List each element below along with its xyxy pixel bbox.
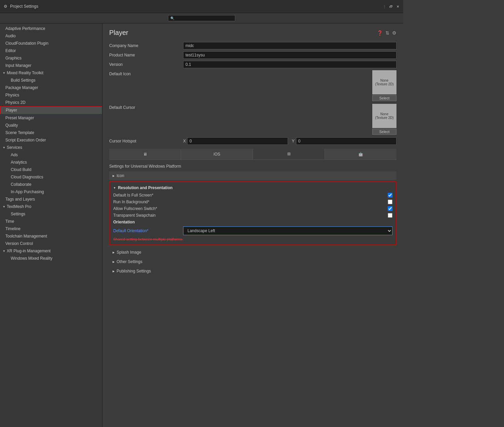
product-name-input[interactable] [183, 51, 396, 59]
sidebar-item-physics[interactable]: Physics [0, 91, 102, 99]
help-icon[interactable]: ❓ [377, 30, 383, 36]
settings-for-label: Settings for Universal Windows Platform [109, 164, 396, 169]
allow-fullscreen-checkbox[interactable] [388, 206, 392, 211]
sidebar-item-physics-2d[interactable]: Physics 2D [0, 99, 102, 106]
resolution-title: ▼ Resolution and Presentation [113, 185, 392, 190]
sidebar-item-toolchain-management[interactable]: Toolchain Management [0, 232, 102, 240]
company-name-label: Company Name [109, 43, 183, 48]
sidebar-item-player[interactable]: Player [0, 106, 102, 114]
ios-label: iOS [213, 152, 220, 157]
sidebar-item-preset-manager[interactable]: Preset Manager [0, 114, 102, 122]
title-bar-controls: ⋮ 🗗 ✕ [382, 4, 401, 9]
company-name-row: Company Name [109, 42, 396, 49]
platform-tab-desktop[interactable]: 🖥 [109, 149, 181, 160]
sidebar-item-build-settings[interactable]: Build Settings [0, 77, 102, 84]
sidebar-item-version-control[interactable]: Version Control [0, 240, 102, 247]
default-cursor-type-text: (Texture 2D) [375, 116, 393, 120]
sidebar-item-scene-template[interactable]: Scene Template [0, 129, 102, 136]
default-fullscreen-row: Default Is Full Screen* [113, 193, 392, 198]
sidebar-item-ads[interactable]: Ads [0, 151, 102, 159]
sidebar-item-textmesh-label: TextMesh Pro [7, 204, 31, 209]
transparent-swapchain-label: Transparent Swapchain [113, 213, 385, 218]
sidebar-group-textmesh-pro[interactable]: ▼ TextMesh Pro [0, 203, 102, 210]
splash-image-header[interactable]: ▶ Splash Image [109, 248, 396, 257]
default-orientation-label: Default Orientation* [113, 228, 180, 233]
company-name-input[interactable] [183, 42, 396, 49]
publishing-settings-header[interactable]: ▶ Publishing Settings [109, 267, 396, 275]
sidebar-item-input-manager[interactable]: Input Manager [0, 62, 102, 69]
allow-fullscreen-row: Allow Fullscreen Switch* [113, 206, 392, 211]
sidebar-item-editor[interactable]: Editor [0, 47, 102, 54]
sidebar-item-cloud-build[interactable]: Cloud Build [0, 166, 102, 173]
icon-section-triangle: ▶ [113, 174, 115, 177]
expand-triangle-mixed-reality: ▼ [3, 72, 5, 75]
transparent-swapchain-checkbox[interactable] [388, 213, 392, 218]
sidebar-item-tags-and-layers[interactable]: Tags and Layers [0, 196, 102, 203]
sidebar-item-in-app-purchasing[interactable]: In-App Purchasing [0, 188, 102, 196]
player-header: Player ❓ ⇅ ⚙ [109, 29, 396, 37]
default-cursor-label: Default Cursor [109, 104, 183, 110]
sidebar-item-collaborate[interactable]: Collaborate [0, 181, 102, 188]
hotspot-y-group: Y [292, 137, 397, 145]
icon-section-header[interactable]: ▶ Icon [109, 171, 396, 180]
settings-icon: ⚙ [3, 4, 8, 9]
close-btn[interactable]: ✕ [395, 4, 401, 9]
default-icon-none-text: None [380, 79, 388, 82]
hotspot-y-label: Y [292, 139, 295, 143]
sidebar-item-script-execution-order[interactable]: Script Execution Order [0, 136, 102, 144]
version-row: Version [109, 61, 396, 68]
default-fullscreen-label: Default Is Full Screen* [113, 193, 385, 198]
sidebar-item-quality[interactable]: Quality [0, 122, 102, 129]
other-settings-header[interactable]: ▶ Other Settings [109, 257, 396, 266]
sidebar-group-services[interactable]: ▼ Services [0, 144, 102, 151]
expand-triangle-services: ▼ [3, 146, 5, 149]
allow-fullscreen-label: Allow Fullscreen Switch* [113, 206, 385, 211]
restore-btn[interactable]: 🗗 [388, 4, 394, 9]
sidebar-item-analytics[interactable]: Analytics [0, 159, 102, 166]
sidebar: Adaptive Performance Audio CloudFoundati… [0, 24, 102, 427]
gear-icon[interactable]: ⚙ [392, 30, 396, 36]
publishing-settings-triangle: ▶ [113, 270, 115, 273]
version-input[interactable] [183, 61, 396, 68]
sidebar-item-graphics[interactable]: Graphics [0, 54, 102, 62]
default-icon-type-text: (Texture 2D) [375, 82, 393, 86]
sidebar-group-mixed-reality[interactable]: ▼ Mixed Reality Toolkit [0, 69, 102, 77]
sidebar-item-settings[interactable]: Settings [0, 210, 102, 218]
run-in-background-label: Run In Background* [113, 200, 385, 204]
platform-tab-windows[interactable]: ⊞ [253, 149, 325, 160]
main-layout: Adaptive Performance Audio CloudFoundati… [0, 24, 403, 427]
menu-btn[interactable]: ⋮ [382, 4, 387, 9]
sidebar-item-audio[interactable]: Audio [0, 32, 102, 40]
hotspot-x-input[interactable] [187, 137, 288, 145]
icon-section-label: Icon [117, 173, 124, 178]
sidebar-item-timeline[interactable]: Timeline [0, 225, 102, 232]
default-cursor-none-text: None [380, 112, 388, 116]
default-fullscreen-checkbox[interactable] [388, 193, 392, 198]
sidebar-item-windows-mixed-reality[interactable]: Windows Mixed Reality [0, 255, 102, 262]
sidebar-item-cloud-diagnostics[interactable]: Cloud Diagnostics [0, 173, 102, 181]
search-icon: 🔍 [170, 16, 174, 20]
default-icon-select-btn[interactable]: Select [372, 95, 396, 101]
sidebar-item-cloudfoundation[interactable]: CloudFoundation Plugin [0, 40, 102, 47]
layout-icon[interactable]: ⇅ [385, 30, 389, 36]
default-orientation-select[interactable]: Landscape Left Portrait Portrait Upside … [183, 226, 392, 235]
search-input[interactable] [176, 16, 229, 20]
expand-triangle-xr: ▼ [3, 250, 5, 253]
sidebar-item-package-manager[interactable]: Package Manager [0, 84, 102, 91]
sidebar-group-xr-plugin[interactable]: ▼ XR Plug-in Management [0, 247, 102, 255]
run-in-background-row: Run In Background* [113, 200, 392, 204]
hotspot-y-input[interactable] [296, 137, 396, 145]
windows-icon: ⊞ [287, 152, 291, 156]
default-cursor-select-btn[interactable]: Select [372, 129, 396, 135]
run-in-background-checkbox[interactable] [388, 200, 392, 204]
default-icon-row: Default Icon None (Texture 2D) Select [109, 70, 396, 101]
transparent-swapchain-row: Transparent Swapchain [113, 213, 392, 218]
platform-tabs: 🖥 iOS ⊞ 🤖 [109, 149, 396, 160]
resolution-triangle[interactable]: ▼ [113, 186, 116, 189]
platform-tab-ios[interactable]: iOS [181, 149, 253, 160]
platform-tab-android[interactable]: 🤖 [325, 149, 396, 160]
sidebar-item-adaptive-performance[interactable]: Adaptive Performance [0, 25, 102, 32]
sidebar-item-xr-plugin-label: XR Plug-in Management [7, 249, 51, 253]
desktop-icon: 🖥 [143, 152, 147, 157]
sidebar-item-time[interactable]: Time [0, 218, 102, 225]
